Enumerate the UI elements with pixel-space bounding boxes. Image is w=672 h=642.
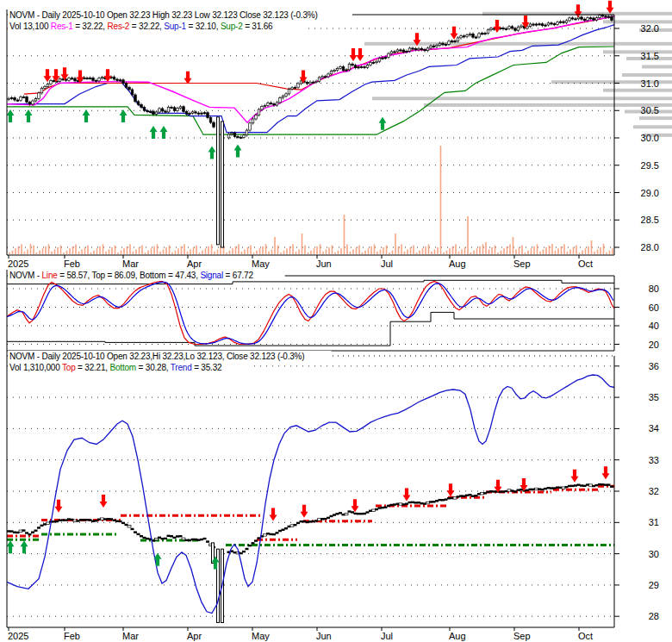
- volume-bar: [509, 244, 511, 254]
- price-dash: [381, 507, 384, 508]
- candle: [478, 34, 481, 37]
- price-dash: [583, 485, 587, 487]
- volume-bar: [519, 247, 520, 254]
- sell-arrow-icon: [447, 483, 455, 496]
- volume-bar: [63, 252, 65, 254]
- panel-1-title: NOVM - Daily 2025-10-10 Open 32.23 High …: [9, 10, 318, 20]
- volume-bar: [386, 246, 388, 254]
- volume-bar: [139, 247, 140, 254]
- volume-profile-bar: [642, 65, 672, 68]
- volume-bar: [72, 246, 74, 254]
- stock-chart-window: 32.031.531.030.530.029.529.028.528.02025…: [0, 0, 672, 642]
- x-tick-label: Apr: [187, 631, 202, 641]
- price-dash: [580, 484, 583, 486]
- y-tick-label: 40: [649, 321, 659, 331]
- candle: [382, 58, 384, 59]
- price-dash: [529, 489, 532, 490]
- price-dash: [312, 520, 315, 522]
- price-dash: [463, 496, 466, 497]
- volume-bar: [15, 248, 16, 254]
- volume-bar: [322, 252, 324, 254]
- candle: [89, 78, 91, 78]
- volume-bar: [419, 251, 420, 254]
- candle: [418, 48, 420, 50]
- candle: [53, 80, 55, 81]
- volume-bar: [135, 249, 137, 254]
- volume-bar: [247, 247, 249, 254]
- price-dash: [432, 501, 436, 502]
- price-dash: [426, 502, 430, 503]
- x-tick-label: Jul: [381, 259, 393, 269]
- y-tick-label: 60: [649, 302, 659, 313]
- candle: [541, 24, 544, 26]
- price-dash: [134, 531, 137, 533]
- price-dash: [481, 493, 484, 495]
- candle: [62, 79, 65, 80]
- sell-arrow-icon: [44, 69, 52, 82]
- price-dash: [59, 520, 62, 521]
- candle: [432, 46, 435, 47]
- price-dash: [272, 533, 276, 535]
- volume-bar: [235, 246, 237, 254]
- price-dash: [469, 494, 472, 496]
- top-band-line: [7, 280, 614, 284]
- price-dash: [589, 484, 593, 486]
- volume-profile-bar: [639, 116, 672, 120]
- volume-bar: [289, 246, 291, 254]
- price-dash: [387, 505, 390, 507]
- volume-bar: [277, 246, 279, 254]
- volume-bar: [232, 248, 233, 254]
- candle: [171, 107, 173, 108]
- price-dash: [140, 535, 143, 537]
- candle: [445, 44, 447, 45]
- volume-bar: [585, 248, 587, 254]
- volume-bar: [147, 251, 149, 254]
- candle: [463, 36, 465, 37]
- volume-bar: [609, 251, 611, 254]
- price-dash: [115, 520, 119, 522]
- buy-arrow-icon: [150, 126, 158, 139]
- price-dash: [354, 513, 358, 514]
- volume-bar: [416, 252, 418, 254]
- volume-bar: [93, 251, 95, 254]
- price-dash: [137, 533, 140, 535]
- volume-bar: [491, 247, 493, 254]
- price-dash: [471, 496, 475, 497]
- price-dash: [40, 525, 44, 527]
- volume-bar: [326, 249, 327, 254]
- price-dash: [577, 483, 581, 485]
- volume-bar: [24, 252, 26, 254]
- price-dash: [320, 518, 324, 520]
- price-dash: [300, 520, 303, 522]
- candle: [255, 115, 258, 119]
- volume-bar: [84, 247, 86, 254]
- candle: [532, 24, 535, 25]
- volume-bar: [133, 252, 134, 254]
- candle: [327, 74, 330, 77]
- volume-bar: [105, 252, 107, 254]
- candle: [74, 78, 77, 81]
- candle: [559, 22, 562, 22]
- volume-bar: [229, 251, 231, 254]
- price-dash: [95, 520, 98, 521]
- buy-arrow-icon: [21, 540, 28, 553]
- volume-bar: [217, 249, 219, 254]
- buy-arrow-icon: [7, 109, 15, 122]
- volume-bar: [368, 248, 370, 254]
- sell-arrow-icon: [61, 67, 69, 80]
- volume-bar: [539, 252, 541, 254]
- candle: [306, 82, 308, 84]
- price-dash: [544, 488, 547, 489]
- price-dash: [176, 535, 179, 537]
- volume-bar: [175, 251, 177, 254]
- volume-bar: [48, 244, 50, 254]
- candle: [249, 123, 252, 130]
- volume-bar: [141, 246, 143, 254]
- volume-bar: [42, 248, 44, 254]
- price-dash: [107, 518, 110, 520]
- volume-bar: [181, 246, 183, 254]
- price-dash: [200, 539, 203, 540]
- volume-bar: [27, 249, 28, 254]
- candle: [457, 38, 459, 41]
- long-wick-candle: [217, 117, 220, 245]
